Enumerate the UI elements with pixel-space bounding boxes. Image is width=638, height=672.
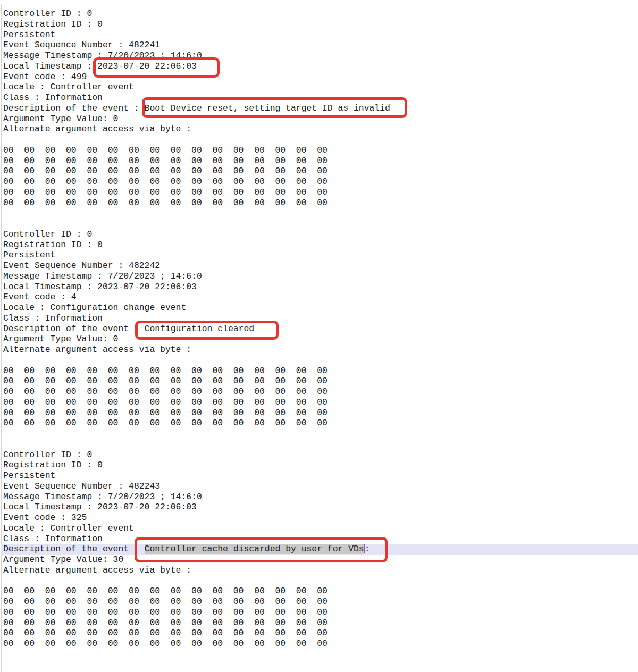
log-viewer-page: { "document": { "title": "Controller eve… [0, 0, 638, 672]
field-argument-type-value: Argument Type Value: 30 [3, 555, 638, 565]
field-description-highlighted: Description of the event : Controller ca… [1, 544, 638, 555]
field-sequence-number: Event Sequence Number : 482242 [3, 261, 638, 271]
field-message-timestamp: Message Timestamp : 7/20/2023 ; 14:6:0 [3, 51, 638, 61]
field-description: Description of the event : Configuration… [3, 324, 638, 334]
blank-line [3, 355, 638, 366]
field-argument-type-value: Argument Type Value: 0 [3, 334, 638, 345]
field-controller-id: Controller ID : 0 [3, 9, 638, 19]
field-local-timestamp: Local Timestamp : 2023-07-20 22:06:03 [3, 61, 638, 72]
blank-line [3, 208, 638, 219]
field-event-code: Event code : 325 [3, 513, 638, 523]
field-registration-id: Registration ID : 0 [3, 240, 638, 250]
hex-dump-row: 00 00 00 00 00 00 00 00 00 00 00 00 00 0… [3, 586, 638, 597]
field-locale: Locale : Controller event [3, 523, 638, 534]
hex-dump-row: 00 00 00 00 00 00 00 00 00 00 00 00 00 0… [3, 628, 638, 639]
field-event-code: Event code : 4 [3, 292, 638, 303]
hex-dump-row: 00 00 00 00 00 00 00 00 00 00 00 00 00 0… [3, 145, 638, 156]
field-controller-id: Controller ID : 0 [3, 450, 638, 460]
description-suffix: : [365, 544, 370, 554]
field-local-timestamp: Local Timestamp : 2023-07-20 22:06:03 [3, 282, 638, 292]
field-message-timestamp: Message Timestamp : 7/20/2023 ; 14:6:0 [3, 271, 638, 282]
blank-line [3, 439, 638, 450]
hex-dump-row: 00 00 00 00 00 00 00 00 00 00 00 00 00 0… [3, 366, 638, 376]
field-class: Class : Information [3, 534, 638, 544]
hex-dump-row: 00 00 00 00 00 00 00 00 00 00 00 00 00 0… [3, 618, 638, 628]
field-local-timestamp: Local Timestamp : 2023-07-20 22:06:03 [3, 502, 638, 513]
event-log-content: Controller ID : 0Registration ID : 0Pers… [3, 9, 638, 649]
field-class: Class : Information [3, 313, 638, 324]
field-persistent: Persistent [3, 471, 638, 481]
field-event-code: Event code : 499 [3, 72, 638, 82]
description-label: Description of the event : [3, 544, 145, 554]
hex-dump-row: 00 00 00 00 00 00 00 00 00 00 00 00 00 0… [3, 607, 638, 618]
field-persistent: Persistent [3, 250, 638, 261]
hex-dump-row: 00 00 00 00 00 00 00 00 00 00 00 00 00 0… [3, 166, 638, 177]
field-description: Description of the event : Boot Device r… [3, 103, 638, 114]
selected-text: Controller cache discarded by user for V… [145, 544, 364, 554]
field-alternate-argument: Alternate argument access via byte : [3, 124, 638, 135]
hex-dump-row: 00 00 00 00 00 00 00 00 00 00 00 00 00 0… [3, 198, 638, 208]
field-registration-id: Registration ID : 0 [3, 460, 638, 471]
hex-dump-row: 00 00 00 00 00 00 00 00 00 00 00 00 00 0… [3, 397, 638, 408]
hex-dump-row: 00 00 00 00 00 00 00 00 00 00 00 00 00 0… [3, 177, 638, 187]
field-persistent: Persistent [3, 30, 638, 40]
blank-line [3, 576, 638, 586]
hex-dump-row: 00 00 00 00 00 00 00 00 00 00 00 00 00 0… [3, 418, 638, 429]
field-alternate-argument: Alternate argument access via byte : [3, 565, 638, 576]
field-sequence-number: Event Sequence Number : 482243 [3, 481, 638, 492]
field-locale: Locale : Controller event [3, 82, 638, 93]
log-text-viewer[interactable]: Controller ID : 0Registration ID : 0Pers… [1, 4, 638, 672]
field-registration-id: Registration ID : 0 [3, 19, 638, 30]
field-locale: Locale : Configuration change event [3, 303, 638, 313]
hex-dump-row: 00 00 00 00 00 00 00 00 00 00 00 00 00 0… [3, 408, 638, 418]
hex-dump-row: 00 00 00 00 00 00 00 00 00 00 00 00 00 0… [3, 387, 638, 397]
blank-line [3, 429, 638, 439]
field-alternate-argument: Alternate argument access via byte : [3, 345, 638, 355]
hex-dump-row: 00 00 00 00 00 00 00 00 00 00 00 00 00 0… [3, 156, 638, 166]
field-sequence-number: Event Sequence Number : 482241 [3, 40, 638, 51]
field-argument-type-value: Argument Type Value: 0 [3, 114, 638, 124]
hex-dump-row: 00 00 00 00 00 00 00 00 00 00 00 00 00 0… [3, 187, 638, 198]
blank-line [3, 219, 638, 229]
field-message-timestamp: Message Timestamp : 7/20/2023 ; 14:6:0 [3, 492, 638, 502]
hex-dump-row: 00 00 00 00 00 00 00 00 00 00 00 00 00 0… [3, 639, 638, 649]
blank-line [3, 135, 638, 145]
field-class: Class : Information [3, 93, 638, 103]
field-controller-id: Controller ID : 0 [3, 229, 638, 240]
hex-dump-row: 00 00 00 00 00 00 00 00 00 00 00 00 00 0… [3, 597, 638, 607]
hex-dump-row: 00 00 00 00 00 00 00 00 00 00 00 00 00 0… [3, 376, 638, 387]
